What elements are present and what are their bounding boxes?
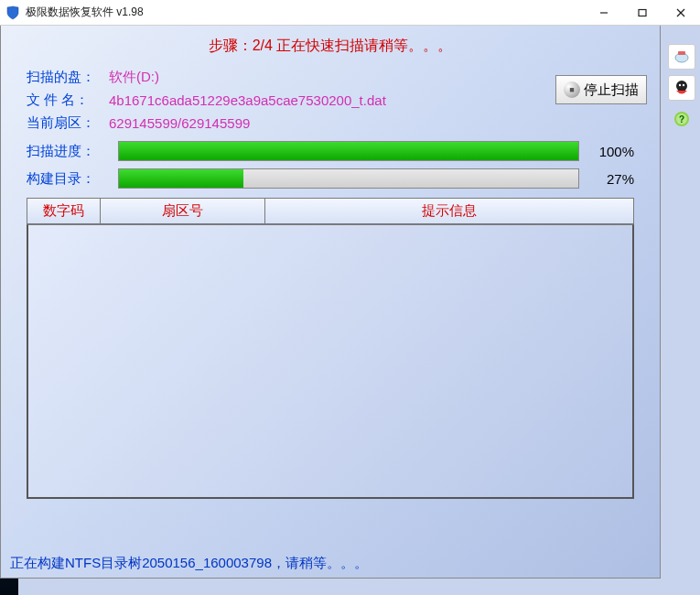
table-header: 数字码 扇区号 提示信息 (27, 198, 634, 224)
col-code[interactable]: 数字码 (27, 199, 101, 223)
stop-scan-button[interactable]: ■ 停止扫描 (555, 75, 647, 104)
svg-text:?: ? (679, 114, 684, 124)
svg-rect-5 (678, 51, 685, 55)
disk-value: 软件(D:) (109, 69, 159, 86)
app-icon (5, 5, 20, 20)
scan-progress-bar (118, 141, 579, 161)
scan-progress-fill (119, 142, 578, 160)
window-title: 极限数据恢复软件 v1.98 (26, 5, 144, 20)
info-block: 扫描的盘： 软件(D:) 文 件 名： 4b1671c6ada51229e3a9… (27, 69, 634, 132)
scan-progress-label: 扫描进度： (27, 143, 109, 160)
result-table: 数字码 扇区号 提示信息 (27, 198, 634, 499)
sector-label: 当前扇区： (27, 114, 109, 132)
table-body[interactable] (27, 224, 634, 499)
tray-item-2[interactable] (668, 75, 695, 101)
svg-point-6 (676, 81, 687, 92)
client-area: 步骤：2/4 正在快速扫描请稍等。。。 ■ 停止扫描 扫描的盘： 软件(D:) … (0, 26, 661, 579)
scan-progress-percent: 100% (588, 144, 634, 159)
svg-rect-1 (639, 10, 646, 16)
scan-progress-row: 扫描进度： 100% (27, 141, 634, 161)
build-progress-fill (119, 169, 243, 188)
window-controls (585, 0, 700, 26)
close-button[interactable] (662, 0, 700, 26)
col-hint[interactable]: 提示信息 (265, 199, 633, 223)
svg-point-7 (679, 84, 681, 86)
build-progress-row: 构建目录： 27% (27, 168, 634, 189)
disk-label: 扫描的盘： (27, 69, 109, 86)
side-tray: ? (663, 37, 700, 132)
file-label: 文 件 名： (27, 92, 109, 109)
build-progress-percent: 27% (588, 171, 634, 187)
col-sector[interactable]: 扇区号 (101, 199, 265, 223)
build-progress-label: 构建目录： (27, 170, 109, 188)
stop-icon: ■ (564, 81, 580, 98)
titlebar: 极限数据恢复软件 v1.98 (0, 0, 700, 26)
build-progress-bar (118, 168, 579, 189)
tray-item-3[interactable]: ? (668, 106, 695, 132)
sector-value: 629145599/629145599 (109, 115, 250, 131)
minimize-button[interactable] (585, 0, 623, 26)
file-value: 4b1671c6ada51229e3a9a5cae7530200_t.dat (109, 92, 386, 108)
maximize-button[interactable] (623, 0, 662, 26)
tray-item-1[interactable] (668, 44, 695, 70)
stop-button-label: 停止扫描 (584, 81, 639, 99)
svg-point-8 (683, 84, 684, 86)
status-text: 正在构建NTFS目录树2050156_160003798，请稍等。。。 (10, 555, 368, 572)
step-text: 步骤：2/4 正在快速扫描请稍等。。。 (14, 37, 647, 56)
